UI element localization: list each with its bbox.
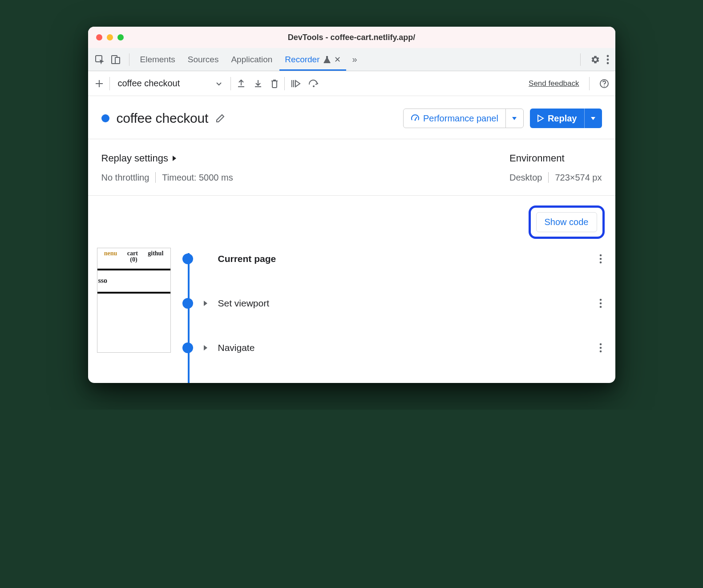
show-code-section: Show code <box>88 196 615 245</box>
svg-point-4 <box>606 58 609 60</box>
step-dot <box>182 342 193 353</box>
steps-area: nenu cart githul (0) sso Current page <box>88 245 615 383</box>
traffic-lights <box>96 34 124 40</box>
new-recording-icon[interactable] <box>94 79 104 89</box>
environment-heading: Environment <box>509 153 565 164</box>
titlebar: DevTools - coffee-cart.netlify.app/ <box>88 27 615 48</box>
thumb-sso-text: sso <box>97 270 170 289</box>
divider <box>548 172 549 183</box>
import-icon[interactable] <box>253 79 263 89</box>
recording-status-dot <box>101 114 109 122</box>
edit-title-icon[interactable] <box>215 113 225 123</box>
replay-settings-heading: Replay settings <box>101 153 168 164</box>
viewport-value: 723×574 px <box>555 173 602 183</box>
flask-icon <box>323 56 331 64</box>
delete-icon[interactable] <box>270 79 279 89</box>
recording-header: coffee checkout Performance panel <box>88 96 615 139</box>
export-icon[interactable] <box>236 79 246 89</box>
step-menu-icon[interactable] <box>599 298 605 308</box>
step-over-icon[interactable] <box>308 79 319 88</box>
svg-marker-23 <box>204 301 207 306</box>
replay-label: Replay <box>548 113 577 124</box>
svg-point-25 <box>599 302 602 305</box>
play-icon <box>537 114 544 122</box>
chevron-right-icon <box>172 155 177 162</box>
step-menu-icon[interactable] <box>599 254 605 264</box>
step-dot <box>182 298 193 309</box>
step-menu-icon[interactable] <box>599 343 605 353</box>
divider <box>580 53 581 66</box>
tab-sources[interactable]: Sources <box>182 48 224 71</box>
settings-gear-icon[interactable] <box>590 55 600 64</box>
send-feedback-link[interactable]: Send feedback <box>529 79 579 88</box>
svg-marker-27 <box>204 345 207 350</box>
step-label: Set viewport <box>218 298 270 309</box>
step-label: Navigate <box>218 342 255 353</box>
expand-caret-icon[interactable] <box>201 344 210 351</box>
recording-select[interactable]: coffee checkout <box>115 77 226 90</box>
recording-title: coffee checkout <box>117 111 209 126</box>
tab-application[interactable]: Application <box>226 48 278 71</box>
divider <box>230 77 231 90</box>
tab-elements[interactable]: Elements <box>135 48 181 71</box>
step-play-icon[interactable] <box>290 79 301 89</box>
window-title: DevTools - coffee-cart.netlify.app/ <box>88 33 615 42</box>
thumb-menu-text: nenu <box>104 250 117 257</box>
svg-point-29 <box>599 347 602 349</box>
divider <box>155 172 156 183</box>
annotation-highlight: Show code <box>529 205 605 239</box>
svg-point-24 <box>599 299 602 301</box>
svg-point-22 <box>599 262 602 264</box>
devtools-window: DevTools - coffee-cart.netlify.app/ Elem… <box>88 27 615 383</box>
minimize-window-button[interactable] <box>107 34 113 40</box>
chevron-down-icon <box>215 80 222 87</box>
performance-panel-button[interactable]: Performance panel <box>403 109 524 128</box>
replay-button[interactable]: Replay <box>530 109 602 128</box>
close-tab-icon[interactable]: ✕ <box>334 55 341 64</box>
performance-dropdown-icon[interactable] <box>505 109 523 128</box>
timeline: Current page Set viewport <box>182 248 605 383</box>
svg-point-26 <box>599 306 602 308</box>
throttling-value: No throttling <box>101 173 149 183</box>
svg-marker-10 <box>295 81 300 87</box>
inspect-element-icon[interactable] <box>94 54 105 65</box>
svg-point-30 <box>599 350 602 353</box>
svg-marker-16 <box>512 117 517 120</box>
replay-dropdown-icon[interactable] <box>584 109 602 128</box>
performance-panel-label: Performance panel <box>423 113 498 124</box>
tab-recorder[interactable]: Recorder ✕ <box>279 48 346 71</box>
svg-point-15 <box>414 120 416 121</box>
timeline-line <box>188 253 190 383</box>
svg-point-11 <box>313 85 315 87</box>
device-toggle-icon[interactable] <box>110 54 121 65</box>
step-set-viewport[interactable]: Set viewport <box>182 292 605 314</box>
show-code-button[interactable]: Show code <box>536 212 597 232</box>
recording-select-label: coffee checkout <box>118 78 180 89</box>
settings-section: Replay settings No throttling Timeout: 5… <box>88 139 615 196</box>
step-current-page[interactable]: Current page <box>182 248 605 270</box>
step-dot <box>182 254 193 264</box>
help-icon[interactable] <box>599 79 609 89</box>
svg-marker-18 <box>591 117 595 120</box>
thumb-github-text: githul <box>148 250 163 257</box>
svg-point-13 <box>604 85 605 86</box>
close-window-button[interactable] <box>96 34 102 40</box>
divider <box>109 77 110 90</box>
svg-point-28 <box>599 343 602 346</box>
step-label: Current page <box>218 254 276 264</box>
replay-settings-toggle[interactable]: Replay settings <box>101 153 233 164</box>
page-thumbnail: nenu cart githul (0) sso <box>97 248 171 353</box>
timeout-value: Timeout: 5000 ms <box>162 173 233 183</box>
svg-marker-19 <box>173 156 176 161</box>
more-tabs-icon[interactable]: » <box>348 54 362 64</box>
maximize-window-button[interactable] <box>117 34 124 40</box>
svg-point-21 <box>599 258 602 260</box>
recorder-toolbar: coffee checkout Send feedback <box>88 71 615 96</box>
step-navigate[interactable]: Navigate <box>182 337 605 359</box>
tabs-bar: Elements Sources Application Recorder ✕ … <box>88 48 615 71</box>
svg-line-14 <box>415 117 417 120</box>
expand-caret-icon[interactable] <box>201 300 210 307</box>
kebab-menu-icon[interactable] <box>606 55 609 64</box>
gauge-icon <box>411 114 420 123</box>
divider <box>129 53 129 66</box>
